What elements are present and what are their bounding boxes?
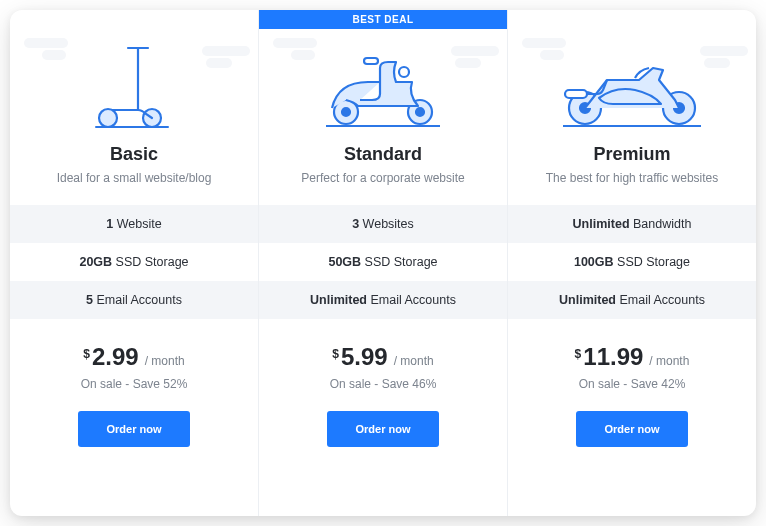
svg-point-7	[342, 108, 350, 116]
plan-title: Basic	[110, 144, 158, 165]
svg-rect-16	[565, 90, 587, 98]
plan-price: $ 11.99 / month	[575, 343, 690, 371]
cloud-decoration	[202, 46, 250, 56]
cloud-decoration	[700, 46, 748, 56]
plan-tagline: Perfect for a corporate website	[301, 171, 464, 185]
plan-feature: Unlimited Email Accounts	[259, 281, 507, 319]
scooter-icon	[10, 10, 258, 140]
svg-point-8	[416, 108, 424, 116]
plan-save: On sale - Save 46%	[330, 377, 437, 391]
plan-price: $ 5.99 / month	[332, 343, 433, 371]
cloud-decoration	[273, 38, 317, 48]
plan-save: On sale - Save 42%	[579, 377, 686, 391]
plan-title: Premium	[593, 144, 670, 165]
cloud-decoration	[291, 50, 315, 60]
plan-title: Standard	[344, 144, 422, 165]
plan-save: On sale - Save 52%	[81, 377, 188, 391]
cloud-decoration	[42, 50, 66, 60]
best-deal-badge: BEST DEAL	[259, 10, 507, 29]
pricing-table: Basic Ideal for a small website/blog 1 W…	[10, 10, 756, 516]
plan-feature: 5 Email Accounts	[10, 281, 258, 319]
plan-tagline: Ideal for a small website/blog	[57, 171, 212, 185]
cloud-decoration	[206, 58, 232, 68]
plan-feature: Unlimited Email Accounts	[508, 281, 756, 319]
plan-premium: Premium The best for high traffic websit…	[508, 10, 756, 516]
plan-feature: 50GB SSD Storage	[259, 243, 507, 281]
plan-feature: Unlimited Bandwidth	[508, 205, 756, 243]
plan-feature: 1 Website	[10, 205, 258, 243]
plan-feature: 3 Websites	[259, 205, 507, 243]
plan-standard: BEST DEAL Standard Perfect for	[259, 10, 508, 516]
cloud-decoration	[704, 58, 730, 68]
cloud-decoration	[540, 50, 564, 60]
moped-icon	[259, 10, 507, 140]
order-button[interactable]: Order now	[327, 411, 438, 447]
order-button[interactable]: Order now	[78, 411, 189, 447]
svg-point-10	[399, 67, 409, 77]
plan-basic: Basic Ideal for a small website/blog 1 W…	[10, 10, 259, 516]
motorcycle-icon	[508, 10, 756, 140]
order-button[interactable]: Order now	[576, 411, 687, 447]
plan-price: $ 2.99 / month	[83, 343, 184, 371]
plan-feature: 20GB SSD Storage	[10, 243, 258, 281]
plan-tagline: The best for high traffic websites	[546, 171, 719, 185]
cloud-decoration	[24, 38, 68, 48]
cloud-decoration	[451, 46, 499, 56]
svg-rect-9	[364, 58, 378, 64]
plan-feature: 100GB SSD Storage	[508, 243, 756, 281]
cloud-decoration	[455, 58, 481, 68]
svg-point-2	[99, 109, 117, 127]
cloud-decoration	[522, 38, 566, 48]
